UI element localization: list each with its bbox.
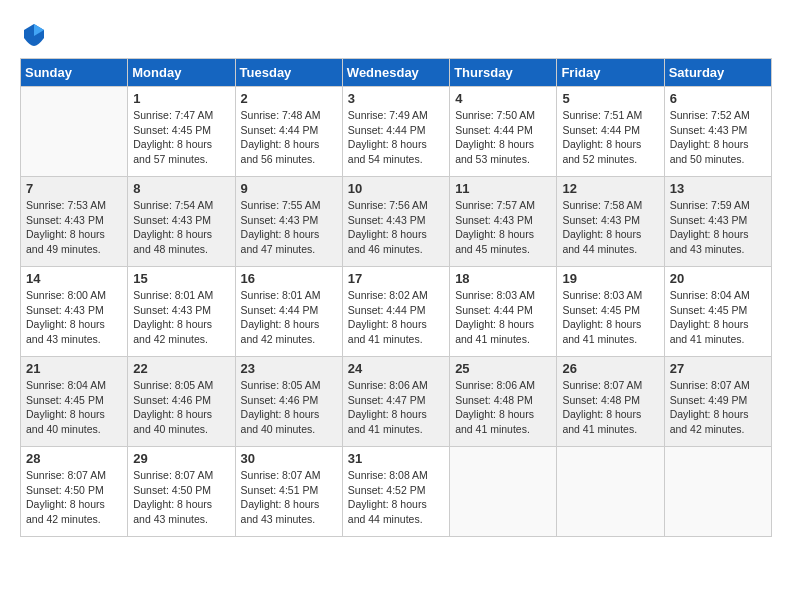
day-info: Sunrise: 7:50 AMSunset: 4:44 PMDaylight:… [455, 108, 551, 167]
day-number: 18 [455, 271, 551, 286]
calendar-week-row: 28Sunrise: 8:07 AMSunset: 4:50 PMDayligh… [21, 447, 772, 537]
day-number: 10 [348, 181, 444, 196]
day-number: 2 [241, 91, 337, 106]
day-number: 8 [133, 181, 229, 196]
calendar-cell: 2Sunrise: 7:48 AMSunset: 4:44 PMDaylight… [235, 87, 342, 177]
day-info: Sunrise: 7:57 AMSunset: 4:43 PMDaylight:… [455, 198, 551, 257]
calendar-cell [557, 447, 664, 537]
day-number: 24 [348, 361, 444, 376]
day-number: 9 [241, 181, 337, 196]
calendar-cell [21, 87, 128, 177]
day-number: 31 [348, 451, 444, 466]
day-info: Sunrise: 7:48 AMSunset: 4:44 PMDaylight:… [241, 108, 337, 167]
day-info: Sunrise: 8:01 AMSunset: 4:43 PMDaylight:… [133, 288, 229, 347]
weekday-header: Tuesday [235, 59, 342, 87]
day-info: Sunrise: 8:08 AMSunset: 4:52 PMDaylight:… [348, 468, 444, 527]
calendar-week-row: 21Sunrise: 8:04 AMSunset: 4:45 PMDayligh… [21, 357, 772, 447]
day-number: 22 [133, 361, 229, 376]
day-info: Sunrise: 7:47 AMSunset: 4:45 PMDaylight:… [133, 108, 229, 167]
day-number: 29 [133, 451, 229, 466]
calendar-cell: 26Sunrise: 8:07 AMSunset: 4:48 PMDayligh… [557, 357, 664, 447]
day-info: Sunrise: 8:07 AMSunset: 4:48 PMDaylight:… [562, 378, 658, 437]
day-number: 23 [241, 361, 337, 376]
day-number: 3 [348, 91, 444, 106]
weekday-header-row: SundayMondayTuesdayWednesdayThursdayFrid… [21, 59, 772, 87]
calendar-cell: 21Sunrise: 8:04 AMSunset: 4:45 PMDayligh… [21, 357, 128, 447]
weekday-header: Sunday [21, 59, 128, 87]
day-number: 12 [562, 181, 658, 196]
day-number: 5 [562, 91, 658, 106]
day-info: Sunrise: 7:56 AMSunset: 4:43 PMDaylight:… [348, 198, 444, 257]
calendar-cell: 29Sunrise: 8:07 AMSunset: 4:50 PMDayligh… [128, 447, 235, 537]
calendar-cell: 23Sunrise: 8:05 AMSunset: 4:46 PMDayligh… [235, 357, 342, 447]
day-number: 25 [455, 361, 551, 376]
day-info: Sunrise: 8:00 AMSunset: 4:43 PMDaylight:… [26, 288, 122, 347]
calendar-cell: 9Sunrise: 7:55 AMSunset: 4:43 PMDaylight… [235, 177, 342, 267]
day-info: Sunrise: 7:59 AMSunset: 4:43 PMDaylight:… [670, 198, 766, 257]
day-info: Sunrise: 8:06 AMSunset: 4:47 PMDaylight:… [348, 378, 444, 437]
header [20, 20, 772, 48]
day-info: Sunrise: 8:03 AMSunset: 4:45 PMDaylight:… [562, 288, 658, 347]
calendar-cell: 19Sunrise: 8:03 AMSunset: 4:45 PMDayligh… [557, 267, 664, 357]
calendar-cell: 20Sunrise: 8:04 AMSunset: 4:45 PMDayligh… [664, 267, 771, 357]
day-info: Sunrise: 8:05 AMSunset: 4:46 PMDaylight:… [241, 378, 337, 437]
day-number: 14 [26, 271, 122, 286]
day-info: Sunrise: 8:07 AMSunset: 4:50 PMDaylight:… [133, 468, 229, 527]
day-number: 20 [670, 271, 766, 286]
day-number: 16 [241, 271, 337, 286]
day-number: 28 [26, 451, 122, 466]
day-info: Sunrise: 7:51 AMSunset: 4:44 PMDaylight:… [562, 108, 658, 167]
logo [20, 20, 52, 48]
day-info: Sunrise: 8:04 AMSunset: 4:45 PMDaylight:… [26, 378, 122, 437]
day-info: Sunrise: 8:02 AMSunset: 4:44 PMDaylight:… [348, 288, 444, 347]
calendar-cell: 4Sunrise: 7:50 AMSunset: 4:44 PMDaylight… [450, 87, 557, 177]
day-number: 30 [241, 451, 337, 466]
day-info: Sunrise: 8:03 AMSunset: 4:44 PMDaylight:… [455, 288, 551, 347]
calendar-week-row: 14Sunrise: 8:00 AMSunset: 4:43 PMDayligh… [21, 267, 772, 357]
day-info: Sunrise: 7:52 AMSunset: 4:43 PMDaylight:… [670, 108, 766, 167]
day-info: Sunrise: 8:06 AMSunset: 4:48 PMDaylight:… [455, 378, 551, 437]
calendar-cell: 14Sunrise: 8:00 AMSunset: 4:43 PMDayligh… [21, 267, 128, 357]
calendar-cell [450, 447, 557, 537]
day-info: Sunrise: 8:05 AMSunset: 4:46 PMDaylight:… [133, 378, 229, 437]
weekday-header: Wednesday [342, 59, 449, 87]
calendar-cell: 27Sunrise: 8:07 AMSunset: 4:49 PMDayligh… [664, 357, 771, 447]
day-info: Sunrise: 7:55 AMSunset: 4:43 PMDaylight:… [241, 198, 337, 257]
day-info: Sunrise: 7:54 AMSunset: 4:43 PMDaylight:… [133, 198, 229, 257]
calendar-cell: 31Sunrise: 8:08 AMSunset: 4:52 PMDayligh… [342, 447, 449, 537]
day-info: Sunrise: 8:07 AMSunset: 4:50 PMDaylight:… [26, 468, 122, 527]
day-info: Sunrise: 7:53 AMSunset: 4:43 PMDaylight:… [26, 198, 122, 257]
weekday-header: Friday [557, 59, 664, 87]
calendar-cell: 1Sunrise: 7:47 AMSunset: 4:45 PMDaylight… [128, 87, 235, 177]
day-number: 1 [133, 91, 229, 106]
day-info: Sunrise: 8:04 AMSunset: 4:45 PMDaylight:… [670, 288, 766, 347]
day-number: 4 [455, 91, 551, 106]
weekday-header: Monday [128, 59, 235, 87]
calendar-cell: 3Sunrise: 7:49 AMSunset: 4:44 PMDaylight… [342, 87, 449, 177]
calendar-cell: 30Sunrise: 8:07 AMSunset: 4:51 PMDayligh… [235, 447, 342, 537]
day-number: 27 [670, 361, 766, 376]
logo-icon [20, 20, 48, 48]
calendar-week-row: 1Sunrise: 7:47 AMSunset: 4:45 PMDaylight… [21, 87, 772, 177]
day-number: 11 [455, 181, 551, 196]
day-number: 26 [562, 361, 658, 376]
day-info: Sunrise: 7:49 AMSunset: 4:44 PMDaylight:… [348, 108, 444, 167]
calendar-cell [664, 447, 771, 537]
day-number: 15 [133, 271, 229, 286]
day-number: 13 [670, 181, 766, 196]
weekday-header: Thursday [450, 59, 557, 87]
calendar-cell: 12Sunrise: 7:58 AMSunset: 4:43 PMDayligh… [557, 177, 664, 267]
day-number: 7 [26, 181, 122, 196]
day-number: 17 [348, 271, 444, 286]
calendar-cell: 5Sunrise: 7:51 AMSunset: 4:44 PMDaylight… [557, 87, 664, 177]
calendar-cell: 8Sunrise: 7:54 AMSunset: 4:43 PMDaylight… [128, 177, 235, 267]
day-number: 6 [670, 91, 766, 106]
calendar-cell: 6Sunrise: 7:52 AMSunset: 4:43 PMDaylight… [664, 87, 771, 177]
day-number: 19 [562, 271, 658, 286]
weekday-header: Saturday [664, 59, 771, 87]
calendar-cell: 10Sunrise: 7:56 AMSunset: 4:43 PMDayligh… [342, 177, 449, 267]
day-info: Sunrise: 8:07 AMSunset: 4:51 PMDaylight:… [241, 468, 337, 527]
day-info: Sunrise: 7:58 AMSunset: 4:43 PMDaylight:… [562, 198, 658, 257]
calendar-cell: 17Sunrise: 8:02 AMSunset: 4:44 PMDayligh… [342, 267, 449, 357]
calendar-cell: 18Sunrise: 8:03 AMSunset: 4:44 PMDayligh… [450, 267, 557, 357]
